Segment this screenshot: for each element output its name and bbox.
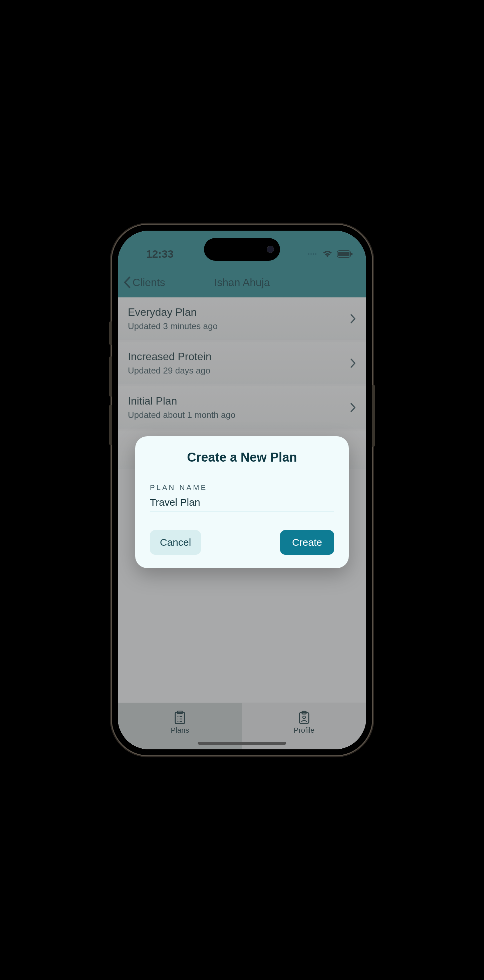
front-camera <box>267 246 274 253</box>
screen: 12:33 Clients Ishan Ahuja Everyday Plan … <box>118 231 366 749</box>
side-button <box>109 321 112 345</box>
cancel-button[interactable]: Cancel <box>150 530 201 555</box>
modal-overlay[interactable]: Create a New Plan PLAN NAME Cancel Creat… <box>118 231 366 749</box>
phone-device-frame: 12:33 Clients Ishan Ahuja Everyday Plan … <box>112 224 372 756</box>
power-button <box>372 385 375 447</box>
dynamic-island <box>204 238 280 261</box>
modal-title: Create a New Plan <box>150 450 334 465</box>
volume-up-button <box>109 356 112 396</box>
plan-name-input[interactable] <box>150 495 334 511</box>
field-label: PLAN NAME <box>150 483 334 492</box>
create-plan-modal: Create a New Plan PLAN NAME Cancel Creat… <box>135 436 349 568</box>
volume-down-button <box>109 405 112 445</box>
create-button[interactable]: Create <box>280 530 334 555</box>
